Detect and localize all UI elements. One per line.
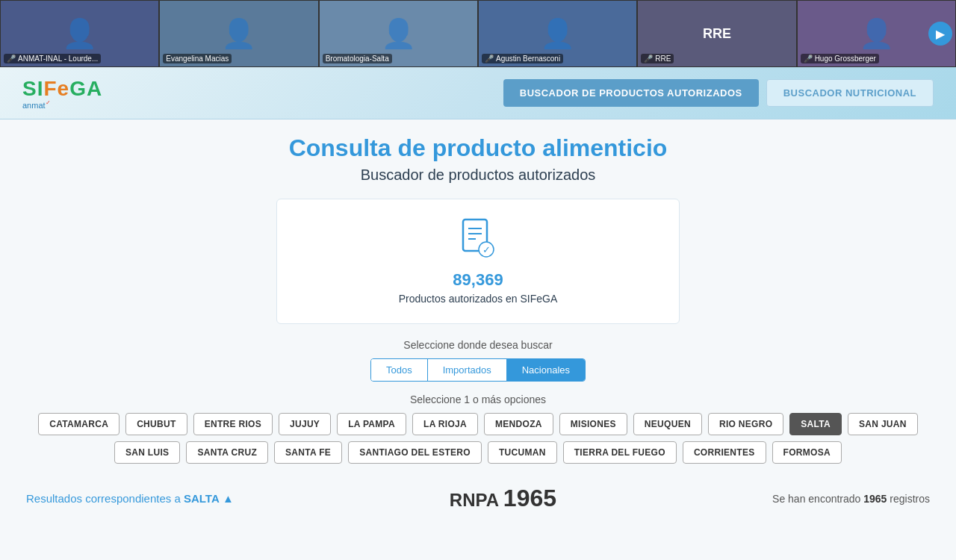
- svg-text:✓: ✓: [482, 244, 491, 255]
- mic-muted-icon: 🎤: [804, 55, 813, 63]
- province-tag-la-pampa[interactable]: LA PAMPA: [337, 413, 406, 435]
- logo-area: SIFeGA anmat✓: [22, 77, 102, 110]
- logo: SIFeGA: [22, 77, 102, 101]
- results-prefix: Resultados correspondientes a: [26, 492, 181, 505]
- results-center: RNPA 1965: [450, 485, 556, 512]
- participant-name-5: 🎤RRE: [641, 54, 674, 63]
- participant-name-2: Evangelina Macias: [163, 54, 232, 63]
- nav-btn-1[interactable]: BUSCADOR NUTRICIONAL: [766, 79, 934, 107]
- found-count: 1965: [863, 493, 890, 505]
- main-content: Consulta de producto alimenticio Buscado…: [0, 119, 956, 560]
- results-left: Resultados correspondientes a SALTA ▲: [26, 492, 234, 505]
- document-icon: ✓: [296, 218, 660, 266]
- province-tag-mendoza[interactable]: MENDOZA: [484, 413, 553, 435]
- video-nav-button[interactable]: ▶: [928, 22, 952, 46]
- filter-tab-todos[interactable]: Todos: [371, 359, 428, 381]
- province-section: Seleccione 1 o más opciones CATAMARCACHU…: [22, 393, 934, 464]
- results-province: SALTA: [184, 492, 220, 505]
- province-tag-formosa[interactable]: FORMOSA: [772, 441, 842, 464]
- video-tile-1[interactable]: 👤🎤ANMAT-INAL - Lourde...: [0, 0, 159, 67]
- stats-box: ✓ 89,369 Productos autorizados en SIFeGA: [276, 199, 680, 324]
- found-suffix: registros: [890, 493, 930, 505]
- search-section: Seleccione donde desea buscar TodosImpor…: [22, 339, 934, 382]
- province-tags: CATAMARCACHUBUTENTRE RIOSJUJUYLA PAMPALA…: [22, 413, 934, 464]
- province-tag-tierra-del-fuego[interactable]: TIERRA DEL FUEGO: [563, 441, 677, 464]
- mic-muted-icon: 🎤: [644, 55, 653, 63]
- participant-name-3: Bromatologia-Salta: [323, 54, 392, 63]
- results-right: Se han encontrado 1965 registros: [772, 493, 930, 505]
- province-tag-corrientes[interactable]: CORRIENTES: [683, 441, 766, 464]
- province-tag-salta[interactable]: SALTA: [789, 413, 842, 435]
- nav-buttons: BUSCADOR DE PRODUCTOS AUTORIZADOSBUSCADO…: [503, 79, 934, 107]
- video-tile-3[interactable]: 👤Bromatologia-Salta: [319, 0, 478, 67]
- province-tag-jujuy[interactable]: JUJUY: [279, 413, 331, 435]
- results-bar: Resultados correspondientes a SALTA ▲ RN…: [22, 477, 934, 520]
- participant-name-6: 🎤Hugo Grossberger: [801, 54, 879, 63]
- rnpa-label: RNPA: [450, 490, 498, 510]
- participant-name-4: 🎤Agustin Bernasconi: [482, 54, 563, 63]
- logo-subtitle: anmat✓: [22, 99, 51, 110]
- filter-tab-importados[interactable]: Importados: [428, 359, 507, 381]
- found-prefix: Se han encontrado: [772, 493, 860, 505]
- site-header: SIFeGA anmat✓ BUSCADOR DE PRODUCTOS AUTO…: [0, 67, 956, 119]
- nav-btn-0[interactable]: BUSCADOR DE PRODUCTOS AUTORIZADOS: [503, 79, 759, 107]
- province-tag-misiones[interactable]: MISIONES: [559, 413, 627, 435]
- province-tag-santiago-del-estero[interactable]: SANTIAGO DEL ESTERO: [348, 441, 482, 464]
- province-tag-santa-cruz[interactable]: SANTA CRUZ: [186, 441, 268, 464]
- province-tag-san-juan[interactable]: SAN JUAN: [848, 413, 918, 435]
- filter-tabs: TodosImportadosNacionales: [370, 358, 586, 382]
- province-tag-la-rioja[interactable]: LA RIOJA: [412, 413, 478, 435]
- results-arrow: ▲: [223, 492, 234, 505]
- stats-label: Productos autorizados en SIFeGA: [296, 293, 660, 305]
- filter-tab-nacionales[interactable]: Nacionales: [507, 359, 585, 381]
- province-tag-chubut[interactable]: CHUBUT: [125, 413, 187, 435]
- province-tag-rio-negro[interactable]: RIO NEGRO: [708, 413, 783, 435]
- page-subtitle: Buscador de productos autorizados: [22, 167, 934, 184]
- video-tile-5[interactable]: RRE🎤RRE: [637, 0, 796, 67]
- video-tile-4[interactable]: 👤🎤Agustin Bernasconi: [478, 0, 637, 67]
- mic-muted-icon: 🎤: [485, 55, 494, 63]
- province-tag-neuquen[interactable]: NEUQUEN: [633, 413, 702, 435]
- province-tag-entre-rios[interactable]: ENTRE RIOS: [193, 413, 273, 435]
- province-tag-catamarca[interactable]: CATAMARCA: [38, 413, 120, 435]
- stats-count: 89,369: [296, 270, 660, 290]
- mic-muted-icon: 🎤: [7, 55, 16, 63]
- page-title: Consulta de producto alimenticio: [22, 134, 934, 162]
- video-tile-2[interactable]: 👤Evangelina Macias: [159, 0, 318, 67]
- province-tag-san-luis[interactable]: SAN LUIS: [114, 441, 180, 464]
- rnpa-number: 1965: [503, 485, 556, 511]
- participant-name-1: 🎤ANMAT-INAL - Lourde...: [4, 54, 101, 63]
- video-bar: 👤🎤ANMAT-INAL - Lourde...👤Evangelina Maci…: [0, 0, 956, 67]
- search-label: Seleccione donde desea buscar: [22, 339, 934, 351]
- province-tag-tucuman[interactable]: TUCUMAN: [488, 441, 557, 464]
- province-label: Seleccione 1 o más opciones: [22, 393, 934, 405]
- province-tag-santa-fe[interactable]: SANTA FE: [274, 441, 342, 464]
